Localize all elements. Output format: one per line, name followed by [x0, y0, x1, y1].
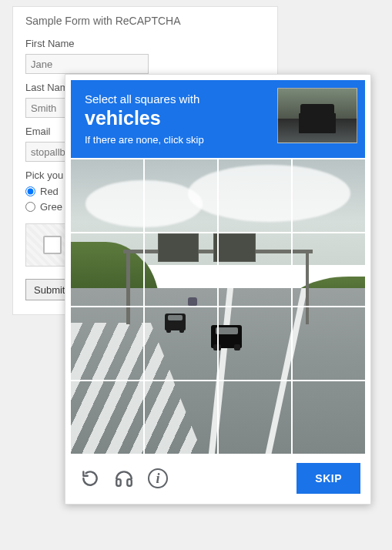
form-title: Sample Form with ReCAPTCHA: [25, 15, 265, 27]
grid-tile-2-0[interactable]: [71, 307, 143, 380]
challenge-example-thumbnail: [277, 88, 357, 143]
info-icon[interactable]: i: [148, 468, 168, 488]
first-name-input[interactable]: [25, 54, 149, 74]
recaptcha-challenge-popup: Select all squares with vehicles If ther…: [65, 74, 371, 505]
grid-tile-0-2[interactable]: [219, 159, 291, 232]
grid-tile-1-1[interactable]: [145, 233, 217, 306]
grid-tile-0-1[interactable]: [145, 159, 217, 232]
recaptcha-checkbox[interactable]: [43, 236, 62, 254]
challenge-header: Select all squares with vehicles If ther…: [71, 80, 365, 158]
grid-tile-2-1[interactable]: [145, 307, 217, 380]
grid-tile-3-1[interactable]: [145, 381, 217, 454]
svg-rect-0: [116, 479, 120, 486]
grid-tile-0-0[interactable]: [71, 159, 143, 232]
radio-red-label: Red: [40, 186, 59, 197]
radio-green-input[interactable]: [25, 202, 35, 212]
grid-tile-1-2[interactable]: [219, 233, 291, 306]
grid-tile-1-0[interactable]: [71, 233, 143, 306]
challenge-image-grid: [71, 159, 365, 454]
grid-tile-3-2[interactable]: [219, 381, 291, 454]
grid-tile-2-2[interactable]: [219, 307, 291, 380]
audio-icon[interactable]: [114, 468, 134, 488]
grid-tile-3-3[interactable]: [293, 381, 365, 454]
grid-tile-2-3[interactable]: [293, 307, 365, 380]
reload-icon[interactable]: [80, 468, 100, 488]
radio-green-label: Gree: [40, 201, 62, 213]
grid-tile-3-0[interactable]: [71, 381, 143, 454]
challenge-footer-icons: i: [75, 468, 168, 488]
svg-rect-1: [127, 479, 131, 486]
radio-red-input[interactable]: [25, 186, 35, 196]
first-name-label: First Name: [25, 38, 265, 49]
skip-button[interactable]: SKIP: [297, 463, 360, 494]
grid-tile-1-3[interactable]: [293, 233, 365, 306]
challenge-footer: i SKIP: [71, 454, 365, 498]
grid-tile-0-3[interactable]: [293, 159, 365, 232]
